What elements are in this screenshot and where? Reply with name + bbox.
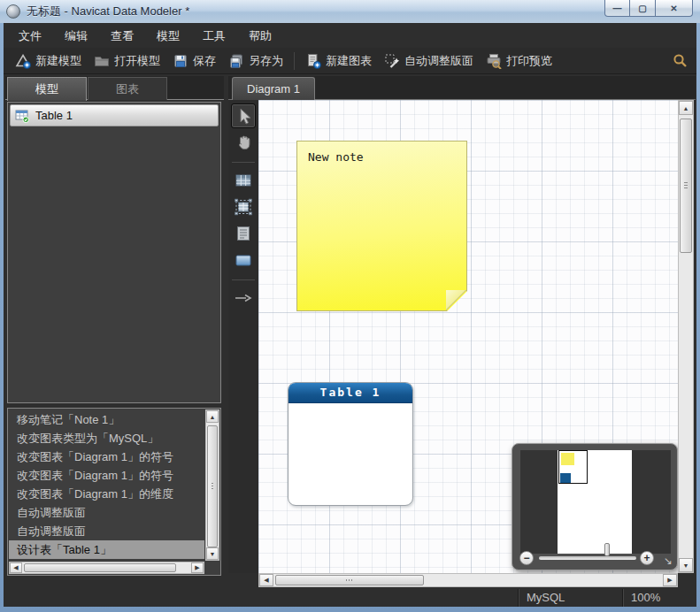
menu-file[interactable]: 文件 [7, 25, 53, 48]
status-bar: MySQL 100% [4, 589, 696, 607]
history-item[interactable]: 自动调整版面 [9, 522, 204, 540]
label-tool-icon[interactable] [231, 248, 256, 272]
auto-layout-icon [384, 53, 400, 69]
save-as-button[interactable]: 另存为 [222, 50, 289, 72]
new-diagram-button[interactable]: 新建图表 [299, 50, 378, 72]
canvas-vscroll-thumb[interactable] [680, 119, 692, 253]
save-button[interactable]: 保存 [166, 50, 222, 72]
history-horizontal-scrollbar[interactable]: ◀ ▶ [9, 562, 204, 574]
save-label: 保存 [193, 53, 216, 69]
pointer-tool-icon[interactable] [231, 103, 256, 128]
note-shape[interactable]: New note [296, 141, 467, 311]
history-vertical-scrollbar[interactable]: ▲ ▼ [205, 409, 219, 561]
diagram-canvas[interactable]: New note Table 1 − + ↘ [258, 100, 678, 573]
print-preview-label: 打印预览 [506, 53, 552, 69]
table-tool-icon[interactable] [231, 168, 256, 193]
canvas-hscroll-thumb[interactable] [275, 575, 424, 585]
menu-help[interactable]: 帮助 [237, 25, 283, 48]
palette-separator [232, 162, 255, 163]
scroll-left-icon[interactable]: ◀ [259, 574, 273, 586]
menu-bar: 文件 编辑 查看 模型 工具 帮助 [4, 25, 696, 48]
diagram-tab-bar: Diagram 1 [228, 76, 696, 100]
auto-layout-label: 自动调整版面 [404, 53, 473, 69]
canvas-horizontal-scrollbar[interactable]: ◀ ▶ [258, 573, 678, 587]
list-item-table1[interactable]: Table 1 [10, 104, 219, 126]
history-hscroll-thumb[interactable] [24, 563, 176, 572]
tab-diagram-list[interactable]: 图表 [88, 77, 167, 100]
zoom-out-button[interactable]: − [519, 551, 534, 565]
scroll-up-icon[interactable]: ▲ [679, 101, 693, 115]
view-tool-icon[interactable] [231, 195, 256, 219]
open-model-label: 打开模型 [114, 53, 160, 69]
history-item[interactable]: 改变图表类型为「MySQL」 [9, 429, 204, 448]
scroll-right-icon[interactable]: ▶ [663, 574, 677, 586]
app-logo-icon [6, 4, 20, 19]
history-item[interactable]: 自动调整版面 [9, 503, 204, 522]
scroll-left-icon[interactable]: ◀ [10, 562, 22, 573]
new-diagram-icon [305, 53, 321, 69]
scroll-down-icon[interactable]: ▼ [206, 547, 219, 560]
zoom-slider-track[interactable] [539, 556, 636, 560]
hand-tool-icon[interactable] [231, 130, 256, 155]
thumb-grip [212, 483, 213, 490]
history-item[interactable]: 移动笔记「Note 1」 [9, 410, 204, 429]
history-item[interactable]: 改变图表「Diagram 1」的符号 [9, 448, 204, 466]
save-as-floppy-icon [228, 53, 244, 69]
new-model-button[interactable]: 新建模型 [9, 50, 88, 72]
overview-viewport-rect[interactable] [558, 450, 588, 484]
new-diagram-label: 新建图表 [326, 53, 372, 69]
note-fold-corner [446, 290, 466, 310]
note-text: New note [308, 150, 364, 164]
overview-resize-icon[interactable]: ↘ [664, 555, 673, 567]
open-model-button[interactable]: 打开模型 [88, 50, 166, 72]
auto-layout-button[interactable]: 自动调整版面 [378, 50, 480, 72]
relation-tool-icon[interactable] [231, 286, 256, 310]
menu-edit[interactable]: 编辑 [53, 25, 99, 48]
window-controls: — ▢ ✕ [604, 0, 693, 17]
history-item[interactable]: 改变图表「Diagram 1」的符号 [9, 466, 204, 485]
minimize-button[interactable]: — [604, 0, 630, 17]
app-window: 无标题 - Navicat Data Modeler * — ▢ ✕ 文件 编辑… [0, 0, 700, 612]
zoom-in-button[interactable]: + [640, 551, 654, 565]
tab-diagram-1[interactable]: Diagram 1 [232, 77, 315, 100]
table-shape[interactable]: Table 1 [288, 382, 413, 506]
thumb-grip [684, 182, 688, 189]
scroll-down-icon[interactable]: ▼ [679, 558, 693, 572]
status-zoom-level: 100% [622, 589, 696, 607]
save-as-label: 另存为 [249, 53, 283, 69]
close-button[interactable]: ✕ [656, 0, 693, 17]
print-preview-button[interactable]: 打印预览 [480, 50, 558, 72]
maximize-button[interactable]: ▢ [630, 0, 656, 17]
diagram-tool-palette [228, 100, 258, 573]
scroll-up-icon[interactable]: ▲ [206, 410, 219, 423]
table-icon [15, 109, 30, 123]
history-panel: 移动笔记「Note 1」 改变图表类型为「MySQL」 改变图表「Diagram… [7, 408, 221, 576]
scroll-right-icon[interactable]: ▶ [191, 562, 204, 573]
title-bar: 无标题 - Navicat Data Modeler * — ▢ ✕ [0, 0, 700, 23]
status-database-type: MySQL [518, 589, 622, 607]
menu-tools[interactable]: 工具 [191, 25, 237, 48]
history-item-selected[interactable]: 设计表「Table 1」 [9, 540, 204, 559]
save-floppy-icon [173, 53, 188, 69]
print-preview-icon [486, 53, 502, 69]
new-model-icon [15, 53, 31, 69]
window-title: 无标题 - Navicat Data Modeler * [27, 4, 189, 19]
search-icon[interactable] [673, 53, 688, 68]
canvas-vertical-scrollbar[interactable]: ▲ ▼ [678, 100, 694, 573]
history-item[interactable]: 改变图表「Diagram 1」的维度 [9, 485, 204, 503]
main-toolbar: 新建模型 打开模型 保存 另存为 新建图表 自动调整版面 打印预览 [4, 48, 696, 74]
history-scroll-thumb[interactable] [207, 425, 218, 547]
object-label: Table 1 [35, 109, 73, 122]
note-tool-icon[interactable] [231, 221, 256, 246]
thumb-grip [346, 579, 353, 581]
palette-separator [232, 279, 255, 280]
overview-panel: − + ↘ [512, 443, 678, 570]
tab-model[interactable]: 模型 [7, 77, 87, 101]
toolbar-separator [294, 52, 295, 70]
history-list: 移动笔记「Note 1」 改变图表类型为「MySQL」 改变图表「Diagram… [9, 410, 204, 559]
model-object-list: Table 1 [7, 102, 221, 403]
menu-model[interactable]: 模型 [145, 25, 191, 48]
menu-view[interactable]: 查看 [99, 25, 145, 48]
zoom-slider-thumb[interactable] [604, 543, 610, 556]
overview-view [520, 450, 671, 554]
